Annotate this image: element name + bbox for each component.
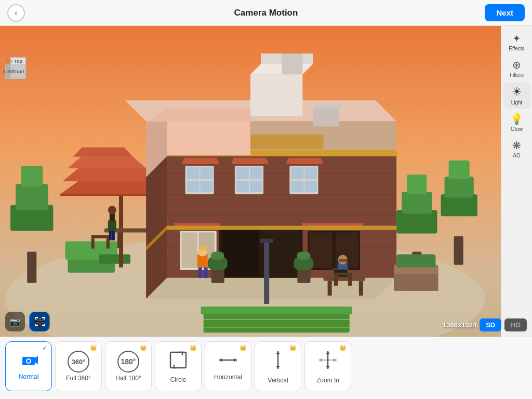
- circle-camera-option[interactable]: 👑 Circle: [155, 341, 202, 391]
- vertical-crown: 👑: [289, 344, 297, 351]
- light-label: Light: [511, 100, 523, 105]
- svg-rect-72: [304, 181, 317, 192]
- svg-marker-142: [319, 358, 322, 362]
- horizontal-camera-option[interactable]: 👑 Horizontal: [205, 341, 251, 391]
- svg-marker-128: [35, 356, 38, 364]
- half180-camera-option[interactable]: 👑 180° Half 180°: [105, 341, 152, 391]
- svg-marker-67: [231, 158, 269, 164]
- svg-marker-73: [286, 158, 323, 164]
- fullscreen-button[interactable]: [30, 312, 50, 331]
- hd-quality-button[interactable]: HD: [504, 318, 527, 331]
- svg-rect-85: [167, 225, 396, 230]
- voxel-scene: [0, 26, 501, 337]
- svg-rect-97: [204, 268, 208, 278]
- svg-rect-4: [21, 166, 43, 187]
- half180-crown: 👑: [140, 344, 147, 351]
- svg-rect-131: [170, 352, 186, 368]
- full360-camera-option[interactable]: 👑 360° Full 360°: [55, 341, 102, 391]
- light-button[interactable]: ☀ Light: [503, 82, 530, 109]
- screenshot-button[interactable]: 📷: [5, 312, 25, 331]
- cube-corner-label: Top: [6, 58, 13, 63]
- glow-icon: 💡: [510, 113, 523, 125]
- circle-icon: [168, 350, 189, 374]
- svg-rect-107: [359, 281, 363, 296]
- svg-rect-116: [441, 194, 477, 216]
- horizontal-icon: [217, 352, 239, 371]
- filters-button[interactable]: ⊛ Filters: [503, 56, 530, 81]
- svg-marker-139: [326, 351, 330, 354]
- svg-rect-119: [394, 273, 438, 291]
- svg-rect-94: [260, 238, 273, 243]
- resolution-bar: 1366x1024 SD HD: [443, 318, 527, 331]
- svg-rect-23: [108, 220, 116, 231]
- svg-rect-78: [181, 232, 197, 268]
- glow-button[interactable]: 💡 Glow: [503, 110, 530, 135]
- zoomin-icon: [317, 349, 339, 375]
- svg-rect-102: [339, 259, 348, 262]
- svg-rect-106: [328, 281, 332, 296]
- svg-rect-92: [297, 252, 310, 260]
- camera-mode-toolbar: ✓ Normal 👑 360° Full 360° 👑 180° Half 18…: [0, 337, 532, 399]
- filters-label: Filters: [510, 72, 524, 78]
- zoomin-camera-label: Zoom In: [316, 377, 339, 384]
- next-button[interactable]: Next: [485, 4, 525, 21]
- circle-crown: 👑: [190, 344, 197, 351]
- camera-options-row: ✓ Normal 👑 360° Full 360° 👑 180° Half 18…: [0, 337, 532, 399]
- svg-marker-53: [313, 103, 344, 108]
- svg-rect-75: [222, 228, 259, 276]
- svg-rect-126: [250, 135, 324, 149]
- zoomin-camera-option[interactable]: 👑 Zoom In: [304, 341, 351, 391]
- svg-rect-118: [449, 161, 470, 179]
- svg-rect-48: [250, 74, 302, 116]
- effects-label: Effects: [509, 46, 524, 51]
- full360-camera-label: Full 360°: [66, 375, 91, 382]
- resolution-text: 1366x1024: [443, 321, 476, 329]
- vertical-icon: [270, 349, 286, 375]
- svg-rect-117: [445, 177, 474, 197]
- glow-label: Glow: [511, 126, 523, 132]
- effects-icon: ✦: [512, 32, 521, 45]
- zoomin-crown: 👑: [339, 344, 347, 351]
- full360-crown: 👑: [90, 344, 97, 351]
- svg-rect-25: [109, 231, 112, 240]
- normal-camera-option[interactable]: ✓ Normal: [5, 341, 52, 391]
- svg-rect-113: [402, 192, 432, 214]
- svg-rect-89: [211, 252, 224, 260]
- ao-button[interactable]: ❋ AO: [503, 136, 530, 162]
- normal-check-badge: ✓: [42, 344, 47, 352]
- app-header: ‹ Camera Motion Next: [0, 0, 532, 26]
- svg-marker-134: [234, 358, 237, 362]
- vertical-camera-label: Vertical: [268, 377, 288, 384]
- svg-rect-123: [201, 307, 352, 314]
- svg-marker-29: [146, 153, 167, 299]
- svg-rect-114: [407, 175, 427, 194]
- sd-quality-button[interactable]: SD: [480, 318, 501, 331]
- svg-rect-52: [313, 108, 339, 126]
- svg-marker-140: [326, 366, 330, 369]
- svg-marker-12: [73, 148, 133, 157]
- half180-camera-label: Half 180°: [115, 375, 141, 382]
- normal-camera-icon: [19, 353, 38, 371]
- half180-icon: 180°: [117, 351, 139, 373]
- cube-front-label: Front: [12, 69, 24, 74]
- svg-rect-93: [264, 241, 269, 304]
- svg-rect-110: [348, 275, 352, 286]
- back-button[interactable]: ‹: [7, 4, 25, 22]
- svg-rect-96: [198, 268, 202, 278]
- horizontal-crown: 👑: [240, 344, 247, 351]
- svg-rect-64: [250, 167, 262, 179]
- svg-rect-18: [91, 238, 95, 248]
- filters-icon: ⊛: [512, 59, 521, 71]
- light-icon: ☀: [512, 85, 522, 99]
- full360-icon: 360°: [68, 351, 89, 373]
- svg-rect-17: [91, 235, 110, 238]
- svg-rect-70: [304, 167, 317, 179]
- effects-button[interactable]: ✦ Effects: [503, 29, 530, 55]
- svg-rect-60: [201, 181, 213, 192]
- svg-rect-121: [396, 255, 435, 268]
- scene-viewport: Top Front Left Top: [0, 26, 501, 337]
- ao-label: AO: [513, 153, 520, 158]
- svg-rect-1: [27, 252, 36, 283]
- vertical-camera-option[interactable]: 👑 Vertical: [255, 341, 301, 391]
- svg-rect-99: [199, 247, 206, 251]
